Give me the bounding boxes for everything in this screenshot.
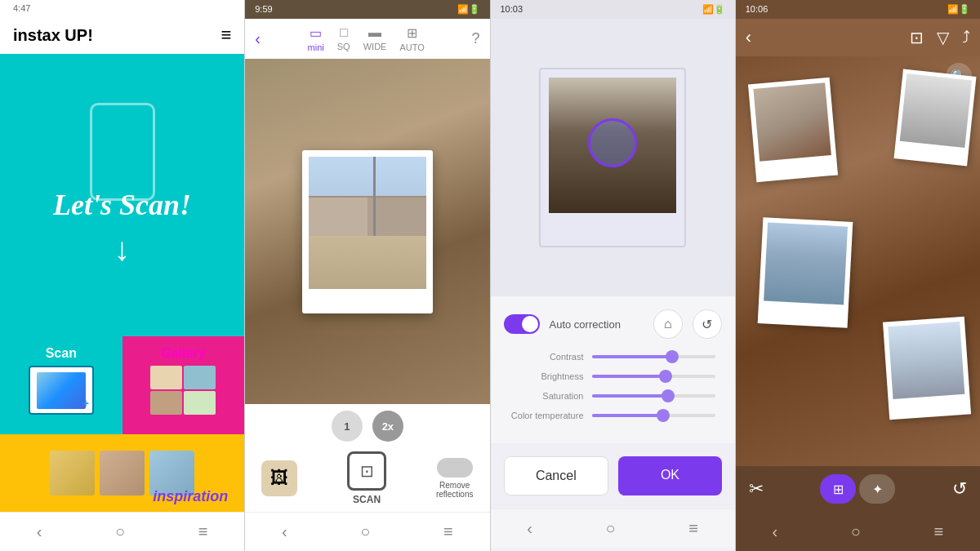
scissors-icon[interactable]: ✂ xyxy=(749,478,764,500)
scan-button-label: SCAN xyxy=(353,494,381,505)
undo-icon: ↺ xyxy=(702,317,712,332)
reset-button[interactable]: ⌂ xyxy=(653,309,683,339)
panel-home: 4:47 instax UP! ≡ Let's Scan! ↓ Scan + G… xyxy=(0,0,244,551)
scan-top-bar: ‹ ▭ mini □ SQ ▬ WIDE ⊞ AUTO ? xyxy=(245,19,489,59)
reflection-toggle[interactable]: Remove reflections xyxy=(436,458,474,499)
format-tab-auto[interactable]: ⊞ AUTO xyxy=(399,25,424,52)
share-top-icon[interactable]: ⤴ xyxy=(962,28,970,47)
gallery-button[interactable]: Gallery xyxy=(122,336,245,434)
mini-label: mini xyxy=(308,42,324,52)
nav-home-2[interactable]: ○ xyxy=(360,522,370,541)
scan-plus-icon: + xyxy=(82,397,89,410)
grid-view-button[interactable]: ⊞ xyxy=(820,474,856,504)
panel-scan: 9:59 📶🔋 ‹ ▭ mini □ SQ ▬ WIDE ⊞ AUTO ? xyxy=(245,0,489,551)
color-temp-label: Color temperature xyxy=(510,411,584,420)
wide-icon: ▬ xyxy=(368,25,381,40)
phone-outline-illustration xyxy=(90,103,155,201)
undo-button[interactable]: ↺ xyxy=(693,309,722,339)
auto-correction-toggle[interactable] xyxy=(504,314,540,334)
nav-back-3[interactable]: ‹ xyxy=(527,519,532,538)
action-buttons-row: Cancel OK xyxy=(491,443,735,509)
auto-correction-label: Auto correction xyxy=(550,318,644,331)
rotate-button[interactable]: ↺ xyxy=(952,478,967,500)
saturation-slider-row: Saturation xyxy=(510,391,715,401)
color-temp-thumb[interactable] xyxy=(657,409,670,422)
scan-thumbnail: + xyxy=(29,366,94,415)
zoom-2x-label: 2x xyxy=(382,420,394,433)
contrast-thumb[interactable] xyxy=(666,350,679,363)
brightness-label: Brightness xyxy=(510,371,584,381)
gallery-thumbnail xyxy=(150,366,216,415)
brightness-thumb[interactable] xyxy=(659,370,672,383)
color-temp-fill xyxy=(592,414,664,417)
sq-icon: □ xyxy=(340,25,348,40)
inspiration-label: inspiration xyxy=(153,488,228,505)
gallery-photo-2[interactable] xyxy=(893,69,976,167)
nav-home-4[interactable]: ○ xyxy=(851,522,861,541)
mini-icon: ▭ xyxy=(310,25,322,41)
nav-menu-2[interactable]: ≡ xyxy=(443,522,453,541)
scan-button[interactable]: Scan + xyxy=(0,336,122,434)
nav-menu-4[interactable]: ≡ xyxy=(934,522,944,541)
scan-back-button[interactable]: ‹ xyxy=(255,29,261,48)
nav-bar-3: ‹ ○ ≡ xyxy=(491,509,735,548)
inspiration-photo-2 xyxy=(100,451,145,495)
nav-back-1[interactable]: ‹ xyxy=(37,522,42,541)
format-tab-mini[interactable]: ▭ mini xyxy=(308,25,324,52)
scan-trigger-button[interactable]: ⊡ SCAN xyxy=(347,451,386,505)
auto-icon: ⊞ xyxy=(407,25,417,41)
camera-viewfinder xyxy=(245,59,489,404)
scatter-view-button[interactable]: ✦ xyxy=(859,474,895,504)
scan-frame-icon: ⊡ xyxy=(347,451,386,491)
brightness-track[interactable] xyxy=(592,375,715,378)
nav-home-3[interactable]: ○ xyxy=(606,519,616,538)
sliders-container: Contrast Brightness Saturation xyxy=(504,352,722,420)
nav-bar-4: ‹ ○ ≡ xyxy=(736,512,980,551)
status-icons-2: 📶🔋 xyxy=(457,4,480,15)
nav-home-1[interactable]: ○ xyxy=(115,522,125,541)
gallery-photo-4[interactable] xyxy=(883,317,971,420)
status-bar-1: 4:47 xyxy=(0,0,244,16)
menu-icon[interactable]: ≡ xyxy=(220,24,231,46)
auto-label: AUTO xyxy=(399,42,424,52)
gallery-cell-4 xyxy=(184,391,216,415)
gallery-picker-button[interactable]: 🖼 xyxy=(261,460,297,496)
nav-back-2[interactable]: ‹ xyxy=(282,522,287,541)
ok-button[interactable]: OK xyxy=(618,456,722,495)
saturation-label: Saturation xyxy=(510,391,584,401)
crop-icon[interactable]: ⊡ xyxy=(910,28,924,47)
gallery-label: Gallery xyxy=(161,346,205,361)
saturation-track[interactable] xyxy=(592,394,715,398)
saturation-thumb[interactable] xyxy=(662,389,675,402)
help-button[interactable]: ? xyxy=(471,30,479,47)
inspiration-section[interactable]: inspiration xyxy=(0,434,244,512)
nav-menu-3[interactable]: ≡ xyxy=(688,519,698,538)
edit-photo-preview xyxy=(549,78,676,213)
time-4: 10:06 xyxy=(746,4,768,15)
format-tab-wide[interactable]: ▬ WIDE xyxy=(363,25,387,52)
filter-icon[interactable]: ▽ xyxy=(937,28,949,47)
cancel-button[interactable]: Cancel xyxy=(504,456,609,495)
nav-menu-1[interactable]: ≡ xyxy=(198,522,208,541)
auto-correction-row: Auto correction ⌂ ↺ xyxy=(504,309,722,339)
road-area xyxy=(309,236,426,289)
gallery-back-button[interactable]: ‹ xyxy=(746,27,751,48)
gallery-photo-4-content xyxy=(888,322,964,399)
gallery-cell-3 xyxy=(150,391,182,415)
format-tab-sq[interactable]: □ SQ xyxy=(337,25,350,52)
saturation-fill xyxy=(592,394,669,398)
color-temp-track[interactable] xyxy=(592,414,715,417)
zoom-2x-button[interactable]: 2x xyxy=(372,411,403,442)
gallery-photo-1[interactable] xyxy=(748,78,838,182)
status-icons-4: 📶🔋 xyxy=(947,4,970,15)
reflection-toggle-track[interactable] xyxy=(437,458,473,478)
zoom-1x-button[interactable]: 1 xyxy=(332,411,363,442)
gallery-photo-3[interactable] xyxy=(757,217,853,328)
status-bar-3: 10:03 📶🔋 xyxy=(491,0,735,19)
nav-back-4[interactable]: ‹ xyxy=(773,522,778,541)
hero-arrow: ↓ xyxy=(53,231,191,268)
photo-content xyxy=(309,157,426,289)
contrast-track[interactable] xyxy=(592,355,715,358)
time-1: 4:47 xyxy=(13,3,30,13)
wide-label: WIDE xyxy=(363,42,387,51)
